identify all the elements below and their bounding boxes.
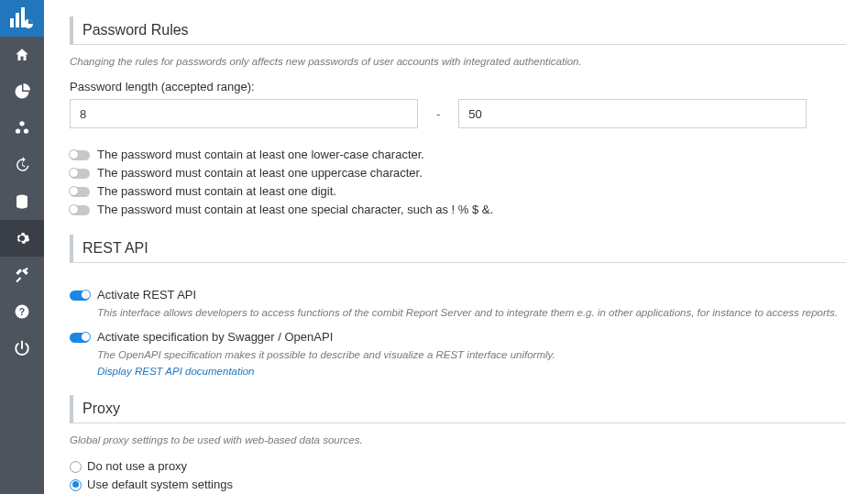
section-password-rules-title: Password Rules [70,16,846,45]
nav-reports[interactable] [0,73,44,110]
password-min-input[interactable] [70,99,418,128]
toggle-uppercase[interactable] [70,169,90,179]
tools-icon [14,267,30,283]
power-icon [14,340,30,357]
proxy-note: Global proxy settings to be used with we… [70,434,846,445]
swagger-note-text: The OpenAPI specification makes it possi… [97,349,555,360]
logo-icon [10,7,34,29]
toggle-digit-label: The password must contain at least one d… [97,183,336,200]
database-icon [14,193,30,210]
section-rest-api-title: REST API [70,235,846,263]
swagger-note: The OpenAPI specification makes it possi… [97,347,846,379]
nodes-icon [14,120,30,137]
svg-point-4 [19,121,24,126]
nav-help[interactable]: ? [0,293,44,330]
svg-point-5 [16,128,20,133]
radio-no-proxy-label: Do not use a proxy [87,458,187,475]
password-length-label: Password length (accepted range): [70,80,846,93]
radio-no-proxy[interactable] [70,461,82,473]
nav-home[interactable] [0,37,44,73]
nav-datasources[interactable] [0,110,44,147]
nav-database[interactable] [0,183,44,220]
svg-text:?: ? [19,306,25,317]
sidebar: ? [0,0,44,494]
radio-default-proxy-label: Use default system settings [87,477,233,493]
pie-icon [14,83,30,100]
toggle-activate-rest-label: Activate REST API [97,287,196,303]
nav-logout[interactable] [0,330,44,367]
nav-scheduler[interactable] [0,147,44,183]
password-rules-note: Changing the rules for passwords only af… [70,56,846,67]
svg-rect-0 [10,18,14,27]
logo[interactable] [0,0,44,37]
section-proxy-title: Proxy [70,395,846,423]
toggle-swagger[interactable] [70,333,90,343]
range-dash: - [436,107,440,121]
password-length-range: - [70,99,846,128]
radio-default-proxy[interactable] [70,479,82,491]
nav-tools[interactable] [0,257,44,293]
activate-rest-note: This interface allows developers to acce… [97,305,846,320]
toggle-special-label: The password must contain at least one s… [97,202,493,218]
svg-rect-1 [16,13,19,27]
toggle-lowercase-label: The password must contain at least one l… [97,147,424,163]
toggle-uppercase-label: The password must contain at least one u… [97,165,423,181]
history-icon [14,157,30,173]
help-icon: ? [14,303,30,320]
toggle-special[interactable] [70,205,90,215]
rest-docs-link[interactable]: Display REST API documentation [97,364,255,379]
home-icon [14,47,30,63]
password-max-input[interactable] [458,99,807,128]
gear-icon [14,230,30,247]
nav-settings[interactable] [0,220,44,257]
toggle-activate-rest[interactable] [70,291,90,301]
svg-point-6 [24,128,28,133]
toggle-lowercase[interactable] [70,150,90,160]
toggle-swagger-label: Activate specification by Swagger / Open… [97,329,333,346]
main-content: Password Rules Changing the rules for pa… [44,0,868,494]
toggle-digit[interactable] [70,187,90,197]
